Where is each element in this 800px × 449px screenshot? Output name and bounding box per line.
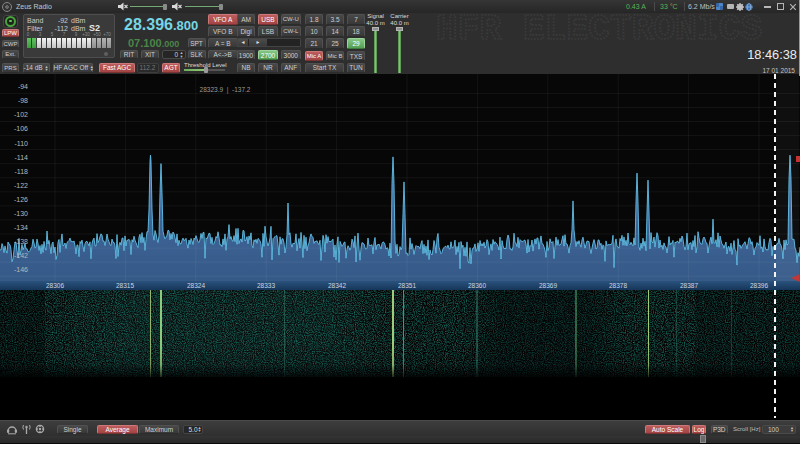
svg-text:HFR ELECTRONICS: HFR ELECTRONICS bbox=[436, 13, 762, 50]
